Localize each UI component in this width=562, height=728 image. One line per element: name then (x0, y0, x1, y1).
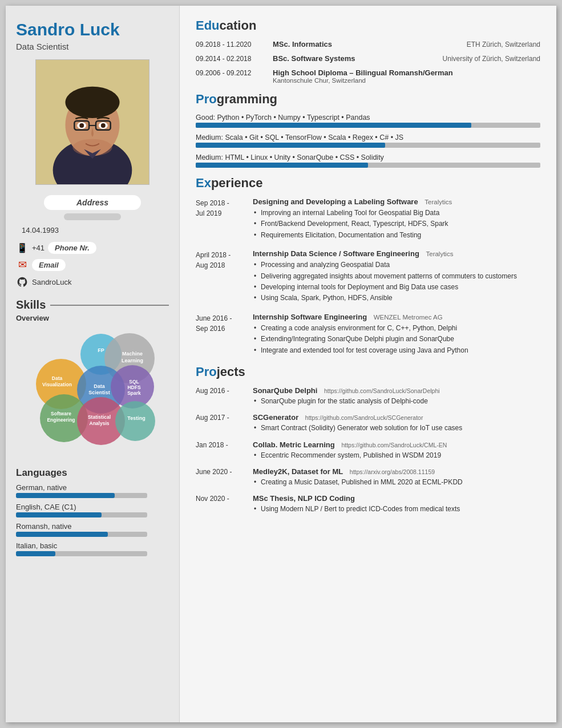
exp-content: Internship Data Science / Software Engin… (253, 249, 540, 305)
experience-bullet: Processing and analyzing Geospatial Data (253, 260, 540, 270)
education-row: 09.2006 - 09.2012 High School Diploma – … (196, 68, 540, 84)
experience-row: June 2016 -Sep 2016 Internship Software … (196, 313, 540, 357)
resume: Sandro Luck Data Scientist (6, 6, 556, 722)
project-row: Aug 2016 - SonarQube Delphi https://gith… (196, 386, 540, 407)
skills-venn-diagram: FP Machine Learning Data Visualization D… (18, 327, 167, 458)
svg-point-10 (79, 123, 84, 128)
experience-bullet: Front/Backend Development, React, Typesc… (253, 219, 540, 229)
exp-date: June 2016 -Sep 2016 (196, 313, 253, 357)
svg-text:Software: Software (51, 411, 71, 416)
experience-row: April 2018 -Aug 2018 Internship Data Sci… (196, 249, 540, 305)
candidate-title: Data Scientist (16, 42, 169, 51)
prog-label: Good: Python • PyTorch • Numpy • Typescr… (196, 114, 540, 122)
edu-school-right: University of Zürich, Switzerland (443, 55, 540, 63)
proj-content: SonarQube Delphi https://github.com/Sand… (253, 386, 540, 407)
exp-title: Internship Software Engineering (253, 313, 367, 321)
proj-url[interactable]: https://github.com/SandroLuck/SonarDelph… (324, 387, 440, 394)
prog-bar-fill (196, 123, 471, 128)
svg-text:Testing: Testing (127, 415, 145, 421)
edu-date: 09.2018 - 11.2020 (196, 40, 273, 48)
exp-bullets: Improving an internal Labeling Tool for … (253, 208, 540, 240)
proj-date: Aug 2017 - (196, 413, 253, 434)
left-column: Sandro Luck Data Scientist (6, 6, 180, 722)
proj-url[interactable]: https://github.com/SandroLuck/SCGenerato… (305, 414, 423, 421)
programming-row: Medium: HTML • Linux • Unity • SonarQube… (196, 153, 540, 168)
candidate-photo (35, 59, 149, 185)
languages-title: Languages (16, 467, 169, 479)
proj-content: Collab. Metric Learning https://github.c… (253, 440, 540, 462)
language-bar (16, 512, 147, 517)
email-label: Email (32, 259, 66, 271)
programming-section: Programming Good: Python • PyTorch • Num… (196, 92, 540, 168)
svg-text:HDFS: HDFS (127, 385, 140, 390)
projects-highlight: Pro (196, 365, 217, 379)
language-bar (16, 493, 147, 498)
experience-title: Experience (196, 176, 540, 191)
exp-content: Internship Software Engineering WENZEL M… (253, 313, 540, 357)
svg-text:Learning: Learning (122, 358, 143, 363)
svg-point-4 (65, 87, 119, 118)
prog-bar-fill (196, 163, 368, 168)
github-username[interactable]: SandroLuck (32, 278, 71, 286)
project-row: Jan 2018 - Collab. Metric Learning https… (196, 440, 540, 462)
svg-point-11 (101, 123, 106, 128)
education-row: 09.2014 - 02.2018 BSc. Software Systems … (196, 54, 540, 63)
address-label: Address (44, 195, 141, 210)
proj-bullets: SonarQube plugin for the static analysis… (253, 397, 540, 406)
experience-bullet: Integrate and extended tool for test cov… (253, 346, 540, 355)
project-bullet: Creating a Music Dataset, Published in M… (253, 478, 540, 487)
proj-date: June 2020 - (196, 467, 253, 488)
experience-bullet: Requirements Elicitation, Documentation … (253, 230, 540, 240)
project-bullet: Smart Contract (Solidity) Generator web … (253, 423, 540, 433)
programming-highlight: Pro (196, 92, 217, 106)
exp-content: Designing and Developing a Labeling Soft… (253, 197, 540, 241)
experience-bullet: Creating a code analysis environment for… (253, 323, 540, 333)
edu-degree: High School Diploma – Bilingual Romansh/… (273, 68, 453, 77)
svg-text:Statistical: Statistical (88, 414, 111, 420)
right-column: Education 09.2018 - 11.2020 MSc. Informa… (180, 6, 556, 722)
proj-url[interactable]: https://github.com/SandroLuck/CML-EN (341, 442, 447, 448)
github-row: SandroLuck (16, 276, 169, 288)
prog-label: Medium: HTML • Linux • Unity • SonarQube… (196, 153, 540, 161)
proj-date: Nov 2020 - (196, 494, 253, 515)
edu-date: 09.2006 - 09.2012 (196, 68, 273, 84)
phone-row: 📱 +41 Phone Nr. (16, 241, 169, 254)
phone-label: Phone Nr. (48, 242, 96, 254)
email-row: ✉ Email (16, 258, 169, 271)
proj-content: MSc Thesis, NLP ICD Coding Using Modern … (253, 494, 540, 515)
edu-school-right: ETH Zürich, Switzerland (467, 41, 540, 48)
experience-highlight: Ex (196, 176, 211, 190)
svg-text:Machine: Machine (122, 351, 143, 357)
prog-bar-fill (196, 143, 385, 148)
proj-content: Medley2K, Dataset for ML https://arxiv.o… (253, 467, 540, 488)
project-bullet: Eccentric Recommender system, Published … (253, 451, 540, 460)
languages-list: German, native English, CAE (C1) Romansh… (16, 483, 169, 556)
proj-url[interactable]: https://arxiv.org/abs/2008.11159 (350, 468, 435, 475)
prog-bar (196, 123, 540, 128)
exp-company: WENZEL Metromec AG (374, 314, 443, 321)
svg-text:Data: Data (94, 383, 106, 389)
photo-svg (36, 59, 149, 185)
education-title: Education (196, 18, 540, 33)
edu-content: BSc. Software Systems University of Züri… (273, 54, 540, 63)
proj-title: SonarQube Delphi (253, 386, 317, 395)
projects-section: Projects Aug 2016 - SonarQube Delphi htt… (196, 365, 540, 516)
prog-bar (196, 163, 540, 168)
address-value-blurred (64, 213, 121, 220)
proj-title: SCGenerator (253, 413, 298, 422)
github-icon (16, 276, 29, 288)
education-highlight: Edu (196, 18, 220, 33)
proj-bullets: Using Modern NLP / Bert to predict ICD-C… (253, 504, 540, 514)
education-section: Education 09.2018 - 11.2020 MSc. Informa… (196, 18, 540, 84)
svg-text:Visualization: Visualization (42, 382, 72, 387)
experience-bullet: Extending/Integrating SonarQube Delphi p… (253, 334, 540, 344)
education-list: 09.2018 - 11.2020 MSc. Informatics ETH Z… (196, 40, 540, 84)
exp-company: Teralytics (424, 199, 452, 205)
exp-title: Internship Data Science / Software Engin… (253, 249, 419, 258)
education-row: 09.2018 - 11.2020 MSc. Informatics ETH Z… (196, 40, 540, 48)
edu-degree: BSc. Software Systems (273, 54, 355, 63)
exp-date: April 2018 -Aug 2018 (196, 249, 253, 305)
edu-content: High School Diploma – Bilingual Romansh/… (273, 68, 540, 84)
projects-list: Aug 2016 - SonarQube Delphi https://gith… (196, 386, 540, 516)
edu-school: Kantonschule Chur, Switzerland (273, 77, 540, 84)
